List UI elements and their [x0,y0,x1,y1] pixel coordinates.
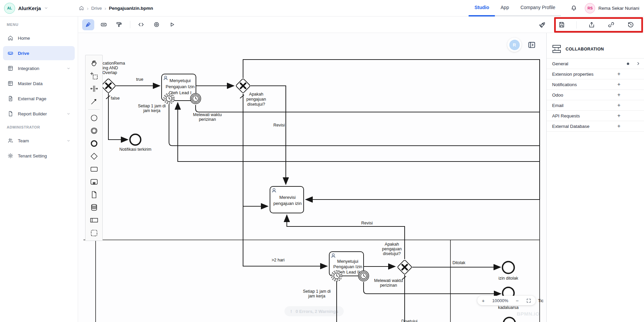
create-task[interactable] [87,163,101,175]
create-group[interactable] [87,226,101,239]
panel-row-email[interactable]: Email + [547,100,644,111]
add-icon[interactable]: + [617,102,620,108]
bpmn-canvas[interactable]: ! 0 Errors, 2 Warnings [78,33,546,322]
task-label: Menyetujui [337,259,359,264]
code-view-button[interactable] [135,19,147,30]
brand[interactable]: AL AlurKerja [0,3,74,14]
brand-name: AlurKerja [18,5,41,11]
annotation-box-button[interactable] [98,19,110,30]
create-participant[interactable] [87,214,101,226]
flow-label-false: false [111,96,120,101]
add-icon[interactable]: + [617,71,620,77]
panel-row-notifications[interactable]: Notifications + [547,79,644,90]
create-end-event[interactable] [87,137,101,150]
sidebar-section-administrator: ADMINISTRATOR [0,122,78,133]
panel-row-extension-properties[interactable]: Extension properties + [547,69,644,79]
timer-label: Setiap 1 jam di [138,104,166,108]
chevron-down-icon [67,67,70,70]
notifications-bell[interactable] [570,5,577,12]
create-subprocess[interactable] [87,175,101,188]
participant-pool-icon [90,216,98,224]
create-data-store[interactable] [87,201,101,214]
zoom-out-button[interactable]: − [516,298,519,303]
deploy-button[interactable] [536,19,548,30]
data-store-icon [90,203,98,212]
flow-label-revisi: Revisi [273,123,285,128]
gateway-xor[interactable] [101,78,116,93]
hand-tool[interactable] [87,57,101,69]
sidebar-item-master-data[interactable]: Master Data [3,76,75,91]
space-tool[interactable] [87,82,101,95]
boundary-timer-non-interrupting[interactable] [332,271,342,281]
save-button[interactable] [555,19,568,30]
brand-logo: AL [4,3,15,14]
add-icon[interactable]: + [617,113,620,119]
breadcrumb-separator-icon: › [105,5,106,11]
create-start-event[interactable] [87,111,101,124]
zoom-in-button[interactable]: + [482,298,485,303]
chevron-down-icon [44,6,48,10]
bpmn-io-watermark: BPMN.iO [517,311,540,317]
global-connect-tool[interactable] [87,95,101,108]
tab-app[interactable]: App [495,0,515,16]
pen-tool-button[interactable] [82,19,94,30]
start-event-icon [90,114,98,122]
panel-row-label: Email [552,103,564,108]
sidebar-item-team[interactable]: Team [3,134,75,148]
panel-toggle-icon [528,41,536,49]
timer-label: Melewati waktu [374,278,403,283]
add-icon[interactable]: + [617,81,620,87]
add-icon[interactable]: + [617,123,620,129]
boundary-timer-non-interrupting[interactable] [164,94,174,104]
toolbar-separator [576,21,577,29]
create-data-object[interactable] [87,188,101,201]
export-button[interactable] [585,19,598,30]
history-button[interactable] [624,19,637,30]
sidebar-item-tenant-setting[interactable]: Tenant Setting [3,149,75,163]
lasso-tool[interactable] [87,69,101,82]
sidebar-item-integration[interactable]: Integration [3,61,75,75]
panel-row-odoo[interactable]: Odoo + [547,90,644,100]
end-event[interactable] [503,262,514,274]
upload-icon [588,21,595,28]
collaborator-avatar[interactable]: R [507,38,521,52]
sidebar-item-label: Report Builder [18,111,47,116]
task-label: Pengajuan Izin [166,84,195,89]
save-icon [558,21,565,28]
fullscreen-icon[interactable] [526,298,531,303]
chevron-right-icon [636,61,641,66]
run-button[interactable] [166,19,178,30]
user-menu[interactable]: RS Rema Sekar Nuriani [585,3,644,13]
create-intermediate-event[interactable] [87,124,101,137]
boundary-timer-interrupting[interactable] [191,94,201,104]
space-tool-icon [90,84,98,93]
breadcrumb-drive[interactable]: Drive [91,6,102,11]
tab-company-profile[interactable]: Company Profile [515,0,561,16]
add-icon[interactable]: + [617,92,620,98]
panel-row-general[interactable]: General [547,59,644,69]
preview-button[interactable] [150,19,163,30]
end-event[interactable] [504,318,515,322]
share-link-button[interactable] [605,19,617,30]
panel-row-api-requests[interactable]: API Requests + [547,111,644,121]
paint-roller-button[interactable] [113,19,125,30]
home-icon[interactable] [79,5,84,11]
sidebar-item-home[interactable]: Home [3,31,75,45]
user-name: Rema Sekar Nuriani [598,6,639,11]
panel-toggle-button[interactable] [527,40,536,49]
create-gateway[interactable] [87,150,101,163]
end-event[interactable] [130,134,141,145]
gateway-xor[interactable] [397,260,412,275]
boundary-timer-interrupting[interactable] [359,271,369,281]
sidebar-item-drive[interactable]: Drive [3,46,75,60]
panel-row-external-database[interactable]: External Database + [547,121,644,132]
gateway-label: Apakah [385,242,399,247]
users-icon [7,138,13,144]
gateway-xor[interactable] [236,78,250,93]
user-task[interactable]: Merevisi pengajuan izin [270,186,304,213]
sidebar-item-report-builder[interactable]: Report Builder [3,107,75,121]
flow-label-duration: >2 hari [272,258,285,262]
sidebar-item-external-page[interactable]: External Page [3,92,75,106]
sidebar-item-label: Integration [18,66,39,71]
tab-studio[interactable]: Studio [469,0,495,16]
